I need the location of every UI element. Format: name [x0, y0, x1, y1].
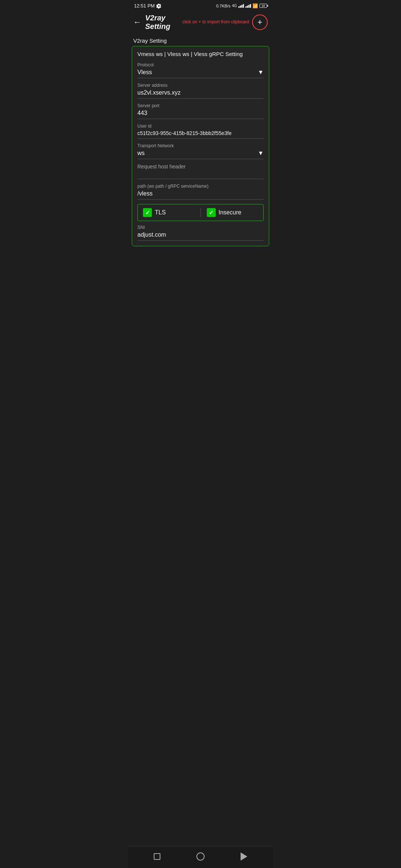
- user-id-value[interactable]: c51f2c93-955c-415b-8215-3bbb2f55e3fe: [137, 130, 264, 139]
- insecure-checkbox[interactable]: ✓: [207, 208, 216, 217]
- transport-network-dropdown[interactable]: ws ▼: [137, 150, 264, 159]
- status-network-area: 0.7KB/s 4G 📶 14: [216, 3, 267, 9]
- transport-network-arrow-icon: ▼: [258, 150, 264, 157]
- card-title: Vmess ws | Vless ws | Vless gRPC Setting: [137, 50, 264, 58]
- transport-network-label: Transport Network: [137, 143, 264, 148]
- path-label: path (ws path / gRPC serviceName): [137, 184, 264, 189]
- server-port-label: Server port: [137, 103, 264, 108]
- path-value[interactable]: /vless: [137, 190, 264, 200]
- status-time-area: 12:51 PM: [134, 3, 162, 9]
- settings-card: Vmess ws | Vless ws | Vless gRPC Setting…: [132, 46, 269, 246]
- request-host-header-value[interactable]: [137, 170, 264, 179]
- insecure-checkmark-icon: ✓: [209, 209, 213, 216]
- tls-checkbox-item[interactable]: ✓ TLS: [143, 208, 195, 217]
- tls-checkbox[interactable]: ✓: [143, 208, 152, 217]
- tls-label: TLS: [155, 209, 166, 216]
- page-title: V2ray Setting: [145, 14, 182, 31]
- protocol-label: Protocol: [137, 62, 264, 68]
- add-import-button[interactable]: +: [252, 14, 268, 30]
- sni-label: SNI: [137, 225, 264, 230]
- network-speed: 0.7KB/s: [216, 4, 231, 8]
- gear-icon: [156, 3, 162, 9]
- signal-icon-2: [245, 4, 251, 8]
- insecure-label: Insecure: [219, 209, 241, 216]
- tls-checkmark-icon: ✓: [145, 209, 150, 216]
- server-address-label: Server address: [137, 83, 264, 88]
- back-button[interactable]: ←: [133, 17, 141, 27]
- time-display: 12:51 PM: [134, 3, 155, 9]
- protocol-dropdown[interactable]: Vless ▼: [137, 69, 264, 78]
- server-port-value[interactable]: 443: [137, 110, 264, 119]
- import-hint-text: click on + to import from clipboard: [182, 19, 249, 25]
- header: ← V2ray Setting click on + to import fro…: [128, 10, 273, 34]
- protocol-arrow-icon: ▼: [258, 69, 264, 76]
- user-id-label: User id: [137, 124, 264, 129]
- signal-icon: [238, 4, 244, 8]
- insecure-checkbox-item[interactable]: ✓ Insecure: [207, 208, 258, 217]
- transport-network-value: ws: [137, 150, 145, 157]
- network-type: 4G: [232, 4, 237, 8]
- sni-value[interactable]: adjust.com: [137, 231, 264, 241]
- protocol-value: Vless: [137, 69, 152, 76]
- battery-icon: 14: [260, 4, 267, 8]
- battery-level: 14: [262, 4, 265, 7]
- status-bar: 12:51 PM 0.7KB/s 4G 📶 14: [128, 0, 273, 10]
- wifi-icon: 📶: [252, 3, 258, 9]
- request-host-header-label: Request host header: [137, 164, 264, 170]
- checkbox-divider: [200, 208, 201, 217]
- section-label: V2ray Setting: [128, 34, 273, 46]
- server-address-value[interactable]: us2vl.xservs.xyz: [137, 89, 264, 99]
- tls-insecure-row: ✓ TLS ✓ Insecure: [137, 204, 264, 221]
